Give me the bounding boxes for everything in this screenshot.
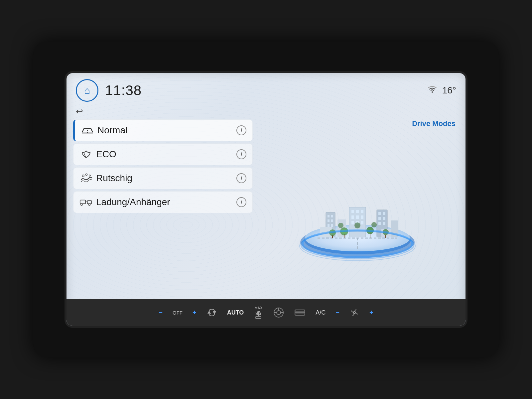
svg-rect-31	[356, 215, 359, 219]
off-label: OFF	[173, 310, 183, 316]
svg-point-74	[353, 312, 355, 314]
right-panel: Drive Modes	[259, 119, 466, 296]
ladung-label: Ladung/Anhänger	[96, 197, 236, 207]
back-row: ↩	[66, 105, 466, 119]
normal-info-button[interactable]: i	[236, 125, 246, 135]
svg-point-59	[338, 223, 343, 228]
svg-rect-39	[383, 212, 385, 215]
normal-label: Normal	[97, 125, 236, 136]
header: ⌂ 11:38 16°	[66, 73, 466, 105]
svg-point-5	[89, 175, 90, 176]
heat-max-control: MAX	[254, 306, 263, 319]
main-area: Normal i ECO	[66, 119, 466, 299]
normal-icon	[81, 126, 94, 134]
svg-point-3	[82, 175, 84, 177]
city-visual	[259, 131, 456, 293]
temperature-display: 16°	[442, 85, 456, 96]
svg-rect-28	[356, 210, 359, 213]
temp-minus-button[interactable]: −	[159, 309, 163, 317]
svg-point-4	[86, 174, 87, 176]
drive-mode-ladung[interactable]: Ladung/Anhänger i	[73, 191, 253, 213]
svg-rect-20	[331, 215, 333, 217]
steering-heat-control	[273, 307, 284, 318]
svg-point-66	[277, 311, 281, 315]
fan-icon-control	[349, 308, 359, 318]
rutschig-info-icon: i	[241, 175, 242, 181]
svg-rect-41	[383, 217, 385, 220]
temp-plus-control: +	[193, 309, 197, 317]
svg-rect-21	[328, 219, 330, 222]
home-button[interactable]: ⌂	[76, 79, 98, 102]
fan-plus-control: +	[369, 309, 373, 317]
recirculate-icon	[206, 308, 217, 317]
heat-icon	[254, 311, 263, 319]
drive-modes-title: Drive Modes	[412, 119, 456, 128]
drive-mode-normal[interactable]: Normal i	[73, 119, 253, 141]
ladung-info-icon: i	[241, 199, 242, 205]
ladung-icon	[79, 198, 93, 206]
auto-control: AUTO	[227, 309, 244, 316]
svg-rect-23	[328, 224, 330, 227]
svg-rect-64	[256, 317, 261, 319]
off-control: OFF	[173, 310, 183, 316]
ladung-info-button[interactable]: i	[236, 197, 246, 207]
rutschig-icon	[79, 173, 93, 183]
screen: ⌂ 11:38 16°	[66, 73, 466, 326]
fan-icon	[349, 308, 359, 318]
svg-rect-38	[378, 212, 381, 215]
clock: 11:38	[105, 82, 142, 98]
fan-minus-button[interactable]: −	[335, 309, 339, 317]
temp-minus-control: −	[159, 309, 163, 317]
rear-defrost-icon	[294, 308, 306, 317]
svg-point-0	[432, 91, 433, 93]
eco-info-button[interactable]: i	[236, 149, 246, 159]
home-icon: ⌂	[84, 85, 90, 96]
svg-rect-6	[80, 200, 85, 204]
ac-control: A/C	[316, 309, 326, 316]
auto-label[interactable]: AUTO	[227, 309, 244, 316]
city-illustration	[291, 156, 424, 269]
drive-mode-rutschig[interactable]: Rutschig i	[73, 167, 253, 189]
normal-info-icon: i	[241, 127, 242, 133]
svg-point-60	[371, 222, 377, 227]
recirculate-control	[206, 308, 217, 317]
svg-rect-40	[378, 217, 381, 220]
bottom-bar: − OFF + AUTO	[66, 299, 466, 326]
svg-rect-22	[331, 219, 333, 222]
svg-rect-8	[87, 200, 92, 203]
rutschig-info-button[interactable]: i	[236, 173, 246, 183]
fan-minus-control: −	[335, 309, 339, 317]
header-right: 16°	[428, 85, 456, 96]
svg-rect-43	[383, 222, 385, 225]
svg-rect-32	[361, 215, 363, 219]
svg-rect-42	[378, 222, 381, 225]
svg-rect-24	[331, 224, 333, 227]
svg-rect-30	[351, 215, 354, 219]
drive-mode-eco[interactable]: ECO i	[73, 143, 253, 165]
eco-icon	[79, 150, 93, 159]
svg-rect-27	[351, 210, 354, 213]
back-button[interactable]: ↩	[76, 106, 83, 117]
rutschig-label: Rutschig	[96, 173, 236, 184]
svg-point-58	[354, 222, 360, 228]
svg-rect-33	[351, 221, 354, 224]
eco-info-icon: i	[241, 151, 242, 157]
svg-rect-35	[361, 221, 363, 224]
steering-heat-icon	[273, 307, 284, 318]
svg-rect-19	[328, 215, 330, 217]
left-panel: Normal i ECO	[66, 119, 259, 296]
car-frame: ⌂ 11:38 16°	[33, 42, 499, 357]
svg-rect-29	[361, 210, 363, 213]
max-label: MAX	[254, 306, 262, 310]
temp-plus-button[interactable]: +	[193, 309, 197, 317]
fan-plus-button[interactable]: +	[369, 309, 373, 317]
eco-label: ECO	[96, 149, 236, 160]
screen-content: ⌂ 11:38 16°	[66, 73, 466, 326]
ac-label[interactable]: A/C	[316, 309, 326, 316]
rear-defrost-control	[294, 308, 306, 317]
wifi-icon	[428, 86, 437, 95]
